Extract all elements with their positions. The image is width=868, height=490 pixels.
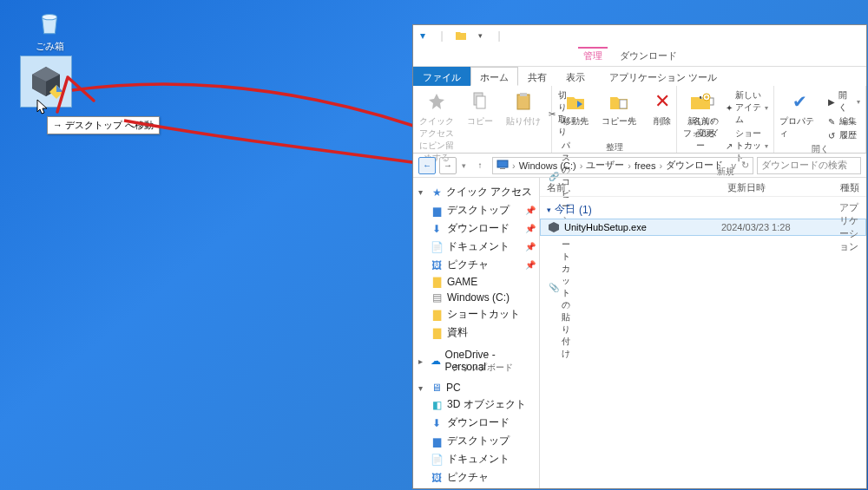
documents-icon: 📄 [431, 241, 443, 253]
pin-icon: 📌 [525, 206, 536, 215]
svg-rect-9 [620, 100, 627, 108]
nav-item-docs2[interactable]: ▇資料 [413, 323, 539, 342]
nav-item-documents[interactable]: 📄ドキュメント📌 [413, 238, 539, 256]
nav-forward-button[interactable]: → [439, 157, 457, 174]
qat-sep: | [436, 29, 448, 42]
ribbon-move-to[interactable]: 移動先 [557, 89, 594, 127]
titlebar[interactable]: ▾ | ▾ | [413, 25, 866, 46]
nav-item-game[interactable]: ▇GAME [413, 274, 539, 290]
col-name: 名前 [540, 178, 720, 196]
chevron-down-icon: ▾ [547, 206, 551, 214]
nav-back-button[interactable]: ← [418, 157, 436, 174]
nav-item-downloads[interactable]: ⬇ダウンロード📌 [413, 219, 539, 238]
nav-history-dropdown[interactable]: ▾ [460, 161, 468, 170]
pc-icon [496, 160, 509, 172]
ribbon-new-folder[interactable]: 新しい フォルダー [682, 89, 719, 152]
drag-tooltip: → デスクトップ へ移動 [47, 116, 160, 134]
unityhub-icon [20, 56, 72, 108]
nav-item-desktop2[interactable]: ▆デスクトップ [413, 432, 539, 450]
breadcrumb[interactable]: ›Windows (C:) ›ユーザー ›frees ›ダウンロード v↻ [492, 157, 753, 174]
svg-marker-15 [549, 222, 559, 232]
3d-icon: ◧ [431, 399, 443, 411]
qat-overflow-icon[interactable]: ▾ [474, 31, 486, 40]
ribbon-open[interactable]: ▶開く▾ [826, 89, 860, 114]
search-input[interactable]: ダウンロードの検索 [757, 157, 861, 174]
file-list: 名前 更新日時 種類 ▾ 今日 (1) UnityHubSetup.exe 20… [540, 178, 866, 488]
open-icon: ▶ [826, 96, 836, 107]
nav-item-documents2[interactable]: 📄ドキュメント [413, 450, 539, 468]
tab-home[interactable]: ホーム [470, 67, 518, 86]
folder-icon: ▇ [431, 327, 443, 339]
contextual-tab-manage[interactable]: 管理 [575, 46, 611, 66]
star-icon: ★ [431, 186, 443, 199]
pictures-icon: 🖼 [431, 259, 443, 271]
copyto-icon [607, 89, 631, 114]
drive-icon: ▤ [431, 291, 443, 304]
ribbon: クイック アクセス にピン留めする コピー 貼り付け ✂切り取り 🔗パスのコピー… [413, 86, 866, 154]
qat-sep: | [493, 29, 505, 42]
nav-item-pictures[interactable]: 🖼ピクチャ📌 [413, 256, 539, 274]
nav-up-button[interactable]: ↑ [471, 157, 489, 174]
ribbon-properties[interactable]: ✔プロパティ [779, 89, 819, 140]
qat-folder-icon[interactable] [455, 30, 467, 41]
ribbon-new-item[interactable]: ✦新しいアイテム▾ [726, 89, 768, 126]
moveto-icon [563, 89, 588, 114]
file-row-unityhubsetup[interactable]: UnityHubSetup.exe 2024/03/23 1:28 アプリケーシ… [540, 219, 866, 236]
desktop-icon-label: ごみ箱 [36, 40, 64, 53]
nav-item-desktop[interactable]: ▆デスクトップ📌 [413, 201, 539, 219]
address-bar: ← → ▾ ↑ ›Windows (C:) ›ユーザー ›frees ›ダウンロ… [413, 154, 866, 178]
tab-share[interactable]: 共有 [518, 67, 556, 86]
ribbon-history[interactable]: ↺履歴 [826, 129, 860, 141]
svg-rect-13 [497, 160, 508, 167]
column-headers[interactable]: 名前 更新日時 種類 [540, 178, 866, 197]
pin-icon [424, 89, 449, 114]
desktop-icon: ▆ [431, 205, 443, 217]
nav-quick-access[interactable]: ▾★クイック アクセス [413, 183, 539, 201]
downloads-icon: ⬇ [431, 417, 443, 429]
ribbon-edit[interactable]: ✎編集 [826, 115, 860, 127]
properties-icon: ✔ [787, 89, 812, 114]
newfolder-icon [688, 89, 713, 114]
nav-item-downloads2[interactable]: ⬇ダウンロード [413, 414, 539, 432]
nav-onedrive[interactable]: ▸☁OneDrive - Personal [413, 347, 539, 375]
pictures-icon: 🖼 [431, 472, 443, 484]
nav-item-windows-c[interactable]: ▤Windows (C:) [413, 290, 539, 305]
recycle-bin-icon [32, 5, 67, 40]
navigation-pane: ▾★クイック アクセス ▆デスクトップ📌 ⬇ダウンロード📌 📄ドキュメント📌 🖼… [413, 178, 540, 488]
exe-icon [548, 221, 560, 233]
nav-item-pictures2[interactable]: 🖼ピクチャ [413, 468, 539, 487]
ribbon-copy-to[interactable]: コピー先 [601, 89, 637, 127]
svg-rect-6 [477, 96, 485, 108]
group-today[interactable]: ▾ 今日 (1) [540, 200, 866, 219]
nav-item-3dobjects[interactable]: ◧3D オブジェクト [413, 395, 539, 414]
desktop-icon: ▆ [431, 435, 443, 448]
window-title: ダウンロード [611, 46, 686, 66]
history-icon: ↺ [826, 130, 837, 140]
folder-icon: ▇ [431, 309, 443, 321]
file-explorer-window: ▾ | ▾ | 管理 ダウンロード ファイル ホーム 共有 表示 アプリケーショ… [412, 24, 867, 489]
downloads-icon: ⬇ [431, 223, 443, 235]
nav-pc[interactable]: ▾🖥PC [413, 380, 539, 395]
qat-down-icon[interactable]: ▾ [417, 29, 429, 42]
pc-icon: 🖥 [431, 382, 443, 394]
tab-file[interactable]: ファイル [413, 67, 470, 86]
tab-view[interactable]: 表示 [556, 67, 595, 86]
newitem-icon: ✦ [726, 102, 733, 113]
ribbon-paste[interactable]: 貼り付け [505, 89, 542, 127]
col-type: 種類 [833, 178, 866, 196]
desktop-icon-recycle-bin[interactable]: ごみ箱 [19, 5, 80, 53]
desktop-drag-ghost-unityhub[interactable] [16, 56, 76, 108]
svg-point-0 [43, 14, 57, 19]
onedrive-icon: ☁ [430, 355, 441, 367]
ribbon-delete[interactable]: ✕削除 [644, 89, 681, 127]
svg-rect-8 [520, 93, 527, 96]
svg-rect-14 [500, 168, 505, 169]
pin-icon: 📌 [525, 260, 536, 270]
shortcut-icon: ↗ [726, 140, 733, 151]
nav-item-videos[interactable]: 🎞ビデオ [413, 487, 539, 488]
ribbon-copy[interactable]: コピー [462, 89, 498, 127]
tab-app-tools[interactable]: アプリケーション ツール [600, 67, 727, 86]
folder-icon: ▇ [431, 276, 443, 288]
pin-icon: 📌 [525, 224, 536, 233]
nav-item-shortcut[interactable]: ▇ショートカット [413, 305, 539, 323]
